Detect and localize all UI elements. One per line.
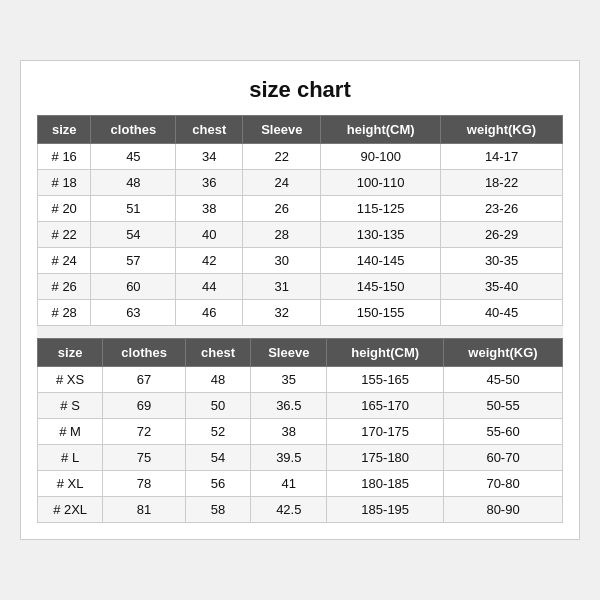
table-cell: 46 (176, 300, 243, 326)
section-divider (37, 326, 563, 338)
table-cell: 175-180 (327, 445, 444, 471)
table-cell: 81 (103, 497, 186, 523)
table-cell: # 28 (38, 300, 91, 326)
table-cell: 60 (91, 274, 176, 300)
table-cell: 34 (176, 144, 243, 170)
table-cell: 22 (243, 144, 321, 170)
table-cell: 145-150 (321, 274, 441, 300)
table-cell: 165-170 (327, 393, 444, 419)
table-cell: # 16 (38, 144, 91, 170)
table-cell: 48 (185, 367, 250, 393)
size-chart-card: size chart sizeclotheschestSleeveheight(… (20, 60, 580, 540)
table-row: # S695036.5165-17050-55 (38, 393, 563, 419)
table-cell: 24 (243, 170, 321, 196)
table-cell: # XS (38, 367, 103, 393)
table-row: # M725238170-17555-60 (38, 419, 563, 445)
table-cell: 26-29 (441, 222, 563, 248)
table-cell: 170-175 (327, 419, 444, 445)
table-cell: 55-60 (444, 419, 563, 445)
page-title: size chart (37, 77, 563, 103)
header-cell: Sleeve (251, 339, 327, 367)
table-cell: 150-155 (321, 300, 441, 326)
table-cell: 69 (103, 393, 186, 419)
table-cell: 44 (176, 274, 243, 300)
header-cell: clothes (91, 116, 176, 144)
table-cell: 45-50 (444, 367, 563, 393)
table-cell: 14-17 (441, 144, 563, 170)
header-cell: height(CM) (321, 116, 441, 144)
table-cell: 42.5 (251, 497, 327, 523)
table-cell: 80-90 (444, 497, 563, 523)
table-cell: 32 (243, 300, 321, 326)
table-cell: 100-110 (321, 170, 441, 196)
table-cell: 67 (103, 367, 186, 393)
header-cell: chest (176, 116, 243, 144)
header-cell: clothes (103, 339, 186, 367)
table-cell: # 26 (38, 274, 91, 300)
table-cell: # 18 (38, 170, 91, 196)
table-cell: 23-26 (441, 196, 563, 222)
size-table-1: sizeclotheschestSleeveheight(CM)weight(K… (37, 115, 563, 326)
table-cell: 185-195 (327, 497, 444, 523)
table-cell: 180-185 (327, 471, 444, 497)
table-cell: 75 (103, 445, 186, 471)
table-cell: 90-100 (321, 144, 441, 170)
table1-header-row: sizeclotheschestSleeveheight(CM)weight(K… (38, 116, 563, 144)
table-cell: 140-145 (321, 248, 441, 274)
header-cell: Sleeve (243, 116, 321, 144)
table-cell: 18-22 (441, 170, 563, 196)
header-cell: weight(KG) (441, 116, 563, 144)
table-row: # 26604431145-15035-40 (38, 274, 563, 300)
table-cell: 36 (176, 170, 243, 196)
table-cell: # 2XL (38, 497, 103, 523)
table-cell: 63 (91, 300, 176, 326)
table-cell: 38 (176, 196, 243, 222)
table-cell: 31 (243, 274, 321, 300)
table-cell: 40 (176, 222, 243, 248)
table-cell: 50 (185, 393, 250, 419)
table-cell: # S (38, 393, 103, 419)
table-row: # 18483624100-11018-22 (38, 170, 563, 196)
table-cell: # M (38, 419, 103, 445)
table-cell: 54 (91, 222, 176, 248)
table-row: # XL785641180-18570-80 (38, 471, 563, 497)
table-cell: 78 (103, 471, 186, 497)
table-cell: 40-45 (441, 300, 563, 326)
table-cell: 52 (185, 419, 250, 445)
table-cell: 56 (185, 471, 250, 497)
table-cell: 130-135 (321, 222, 441, 248)
table-cell: 42 (176, 248, 243, 274)
table-cell: 28 (243, 222, 321, 248)
table-row: # 22544028130-13526-29 (38, 222, 563, 248)
table-cell: 39.5 (251, 445, 327, 471)
table-row: # 2XL815842.5185-19580-90 (38, 497, 563, 523)
table-row: # 20513826115-12523-26 (38, 196, 563, 222)
table-cell: 41 (251, 471, 327, 497)
header-cell: weight(KG) (444, 339, 563, 367)
table-cell: 72 (103, 419, 186, 445)
table2-header-row: sizeclotheschestSleeveheight(CM)weight(K… (38, 339, 563, 367)
table-cell: # XL (38, 471, 103, 497)
table-row: # L755439.5175-18060-70 (38, 445, 563, 471)
table-cell: 30 (243, 248, 321, 274)
size-table-2: sizeclotheschestSleeveheight(CM)weight(K… (37, 338, 563, 523)
table-row: # 1645342290-10014-17 (38, 144, 563, 170)
table-cell: 51 (91, 196, 176, 222)
table-row: # 28634632150-15540-45 (38, 300, 563, 326)
table-cell: 57 (91, 248, 176, 274)
table-cell: 50-55 (444, 393, 563, 419)
table-cell: 58 (185, 497, 250, 523)
table-cell: 36.5 (251, 393, 327, 419)
table-cell: 35 (251, 367, 327, 393)
table-cell: 26 (243, 196, 321, 222)
table-cell: 155-165 (327, 367, 444, 393)
table-cell: 115-125 (321, 196, 441, 222)
header-cell: size (38, 339, 103, 367)
table-cell: # 20 (38, 196, 91, 222)
header-cell: height(CM) (327, 339, 444, 367)
table-row: # XS674835155-16545-50 (38, 367, 563, 393)
table-cell: 48 (91, 170, 176, 196)
table-row: # 24574230140-14530-35 (38, 248, 563, 274)
table-cell: 70-80 (444, 471, 563, 497)
table-cell: # 24 (38, 248, 91, 274)
